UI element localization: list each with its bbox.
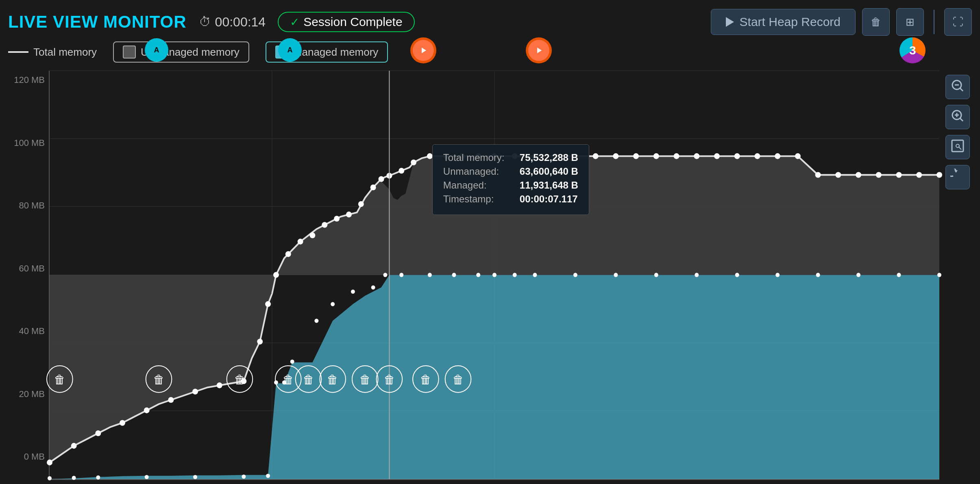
svg-marker-134 (954, 170, 958, 173)
gc-event-1[interactable]: A (145, 38, 168, 62)
svg-point-41 (427, 153, 433, 159)
svg-point-59 (775, 153, 780, 159)
svg-point-81 (371, 285, 375, 289)
svg-point-44 (475, 153, 481, 159)
svg-point-21 (144, 408, 150, 413)
svg-point-98 (897, 273, 901, 277)
svg-point-80 (351, 289, 355, 293)
y-label-0: 0 MB (8, 451, 49, 462)
svg-text:🗑: 🗑 (283, 373, 294, 386)
legend-total-label: Total memory (33, 46, 97, 59)
svg-rect-131 (952, 140, 963, 152)
y-axis: 120 MB 100 MB 80 MB 60 MB 40 MB 20 MB 0 … (8, 71, 49, 480)
svg-text:🗑: 🗑 (54, 373, 65, 386)
app-title: LIVE VIEW MONITOR (8, 12, 187, 32)
svg-point-51 (613, 153, 618, 159)
timer-icon: ⏱ (199, 15, 211, 29)
svg-point-66 (916, 172, 922, 178)
svg-point-77 (290, 360, 294, 364)
zoom-in-button[interactable] (945, 105, 970, 129)
zoom-out-button[interactable] (945, 75, 970, 99)
svg-point-57 (734, 153, 740, 159)
svg-text:🗑: 🗑 (327, 373, 338, 386)
svg-point-65 (896, 172, 902, 178)
svg-text:A: A (154, 46, 159, 54)
play-event-1[interactable] (410, 37, 436, 63)
header-left: LIVE VIEW MONITOR ⏱ 00:00:14 ✓ Session C… (8, 12, 415, 32)
svg-point-19 (95, 430, 101, 436)
svg-point-62 (835, 172, 841, 178)
right-controls (939, 71, 972, 480)
zoom-rect-button[interactable] (945, 135, 970, 159)
svg-point-17 (47, 460, 52, 465)
delete-button[interactable]: 🗑 (862, 8, 890, 36)
start-heap-button[interactable]: Start Heap Record (711, 9, 856, 35)
svg-point-28 (273, 272, 279, 278)
svg-point-83 (399, 273, 403, 277)
svg-point-60 (795, 153, 801, 159)
svg-point-53 (653, 153, 659, 159)
y-label-100: 100 MB (8, 138, 49, 148)
svg-marker-4 (422, 48, 426, 53)
svg-point-70 (96, 475, 100, 480)
y-label-40: 40 MB (8, 326, 49, 336)
svg-marker-5 (537, 48, 542, 53)
session-badge: ✓ Session Complete (278, 12, 414, 32)
legend-total-line (8, 51, 28, 53)
svg-text:🗑: 🗑 (234, 373, 246, 386)
svg-line-126 (960, 88, 963, 91)
gc-event-2[interactable]: A (278, 38, 302, 62)
svg-point-50 (593, 153, 599, 159)
svg-point-35 (358, 201, 364, 207)
svg-point-22 (168, 397, 174, 403)
svg-point-26 (257, 339, 263, 344)
svg-point-39 (399, 168, 404, 174)
gc-icon-1[interactable]: A (145, 38, 168, 62)
num-badge[interactable]: 3 (899, 37, 926, 63)
svg-point-86 (476, 273, 480, 277)
svg-point-27 (265, 301, 271, 307)
y-label-80: 80 MB (8, 200, 49, 211)
main-container: LIVE VIEW MONITOR ⏱ 00:00:14 ✓ Session C… (0, 0, 980, 484)
svg-point-20 (120, 420, 125, 425)
svg-point-87 (492, 273, 497, 277)
svg-point-55 (694, 153, 699, 159)
session-check-icon: ✓ (290, 15, 299, 29)
play-icon (726, 17, 734, 27)
svg-text:🗑: 🗑 (384, 373, 395, 386)
svg-point-79 (331, 302, 335, 306)
svg-point-46 (512, 153, 518, 159)
svg-point-18 (71, 443, 77, 449)
session-label: Session Complete (303, 15, 402, 29)
gc-icon-2[interactable]: A (278, 38, 302, 62)
filter-button[interactable]: ⊞ (896, 8, 924, 36)
svg-point-48 (552, 153, 558, 159)
svg-point-91 (614, 273, 618, 277)
svg-point-97 (856, 273, 860, 277)
chart-body[interactable]: A A (49, 71, 939, 480)
svg-point-43 (459, 153, 465, 159)
y-label-120: 120 MB (8, 75, 49, 85)
svg-point-89 (533, 273, 537, 277)
svg-point-61 (815, 172, 821, 178)
svg-point-36 (370, 184, 376, 190)
trash-icon: 🗑 (871, 16, 881, 28)
svg-point-94 (735, 273, 739, 277)
svg-point-82 (383, 273, 388, 277)
reset-button[interactable] (945, 165, 970, 189)
legend-unmanaged-box (123, 46, 136, 59)
reset-icon (950, 169, 965, 186)
svg-point-30 (298, 239, 303, 244)
start-heap-label: Start Heap Record (740, 15, 841, 29)
legend-unmanaged[interactable]: Unmanaged memory (113, 41, 249, 63)
svg-point-58 (754, 153, 760, 159)
fullscreen-button[interactable]: ⛶ (944, 8, 972, 36)
y-label-60: 60 MB (8, 263, 49, 274)
svg-point-32 (322, 222, 327, 228)
svg-point-96 (816, 273, 820, 277)
svg-point-56 (714, 153, 720, 159)
divider (934, 10, 934, 34)
svg-point-84 (428, 273, 432, 277)
svg-line-133 (958, 147, 961, 150)
play-event-2[interactable] (526, 37, 552, 63)
